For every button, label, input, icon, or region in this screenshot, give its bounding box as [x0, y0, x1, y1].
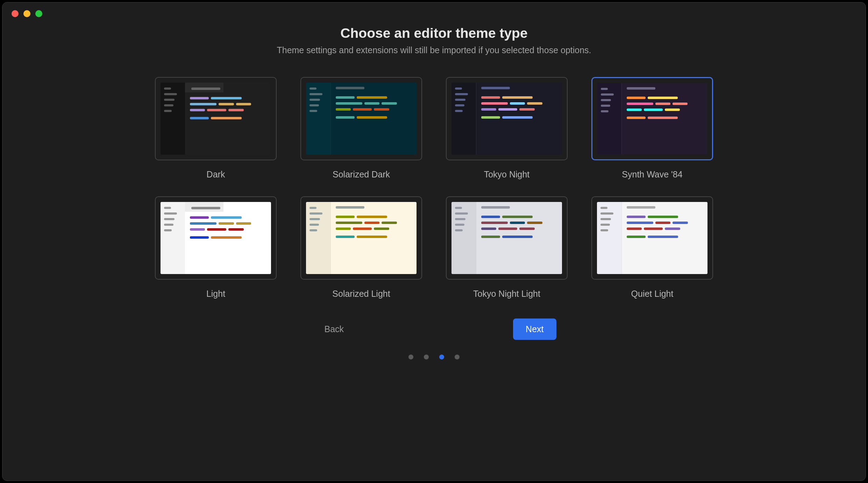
step-dot-1[interactable] — [408, 355, 413, 359]
theme-preview-quiet-light — [591, 196, 713, 280]
theme-preview-tokyo-night — [446, 77, 568, 160]
next-button[interactable]: Next — [513, 318, 556, 340]
onboarding-content: Choose an editor theme type Theme settin… — [2, 2, 866, 359]
theme-option-dark[interactable]: Dark — [155, 77, 277, 180]
step-dot-4[interactable] — [455, 355, 460, 359]
step-dot-2[interactable] — [424, 355, 429, 359]
theme-option-tokyo-night[interactable]: Tokyo Night — [446, 77, 568, 180]
theme-option-tokyo-night-light[interactable]: Tokyo Night Light — [446, 196, 568, 299]
theme-label: Solarized Light — [332, 289, 390, 299]
window-controls — [12, 10, 42, 17]
theme-option-synth-wave-84[interactable]: Synth Wave '84 — [591, 77, 713, 180]
theme-preview-synth-wave-84 — [591, 77, 713, 160]
theme-preview-tokyo-night-light — [446, 196, 568, 280]
step-dot-3[interactable] — [439, 355, 444, 359]
page-subtitle: Theme settings and extensions will still… — [277, 45, 591, 55]
theme-preview-solarized-dark — [300, 77, 422, 160]
theme-option-solarized-dark[interactable]: Solarized Dark — [300, 77, 422, 180]
theme-preview-dark — [155, 77, 277, 160]
theme-preview-solarized-light — [300, 196, 422, 280]
theme-option-light[interactable]: Light — [155, 196, 277, 299]
theme-label: Dark — [207, 169, 225, 180]
app-window: Choose an editor theme type Theme settin… — [2, 2, 866, 481]
step-indicator — [408, 355, 460, 359]
theme-option-solarized-light[interactable]: Solarized Light — [300, 196, 422, 299]
minimize-window-button[interactable] — [23, 10, 30, 17]
theme-label: Tokyo Night Light — [473, 289, 540, 299]
theme-option-quiet-light[interactable]: Quiet Light — [591, 196, 713, 299]
theme-preview-light — [155, 196, 277, 280]
theme-label: Solarized Dark — [333, 169, 390, 180]
maximize-window-button[interactable] — [35, 10, 42, 17]
back-button[interactable]: Back — [312, 318, 357, 340]
theme-label: Light — [206, 289, 225, 299]
theme-label: Synth Wave '84 — [622, 169, 682, 180]
page-title: Choose an editor theme type — [340, 26, 527, 41]
nav-buttons: Back Next — [312, 318, 556, 340]
themes-grid: Dark — [155, 77, 713, 299]
theme-label: Tokyo Night — [484, 169, 530, 180]
close-window-button[interactable] — [12, 10, 19, 17]
theme-label: Quiet Light — [631, 289, 674, 299]
